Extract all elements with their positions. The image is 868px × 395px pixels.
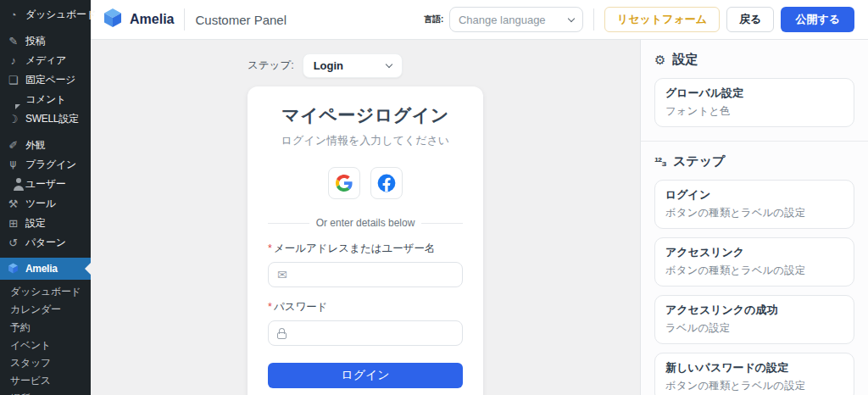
global-settings-subtitle: フォントと色 [665,104,843,119]
login-button[interactable]: ログイン [268,363,463,388]
wrench-icon: ⚒ [7,198,19,209]
sidebar-item-users[interactable]: ユーザー [0,175,91,194]
sidebar-item-label: プラグイン [25,158,76,172]
brush-icon: ✐ [7,140,19,151]
step-card-subtitle: ボタンの種類とラベルの設定 [665,264,843,278]
amelia-logo [103,8,123,31]
preview-canvas: ステップ: Login マイページログイン ログイン情報を入力してください [91,40,640,395]
sidebar-item-label: 固定ページ [25,73,75,87]
sidebar-item-label: ダッシュボード [25,8,97,22]
comment-bubble-icon [7,94,19,105]
submenu-item-staff[interactable]: スタッフ [0,354,91,372]
divider-text: Or enter details below [316,217,415,229]
step-card-title: ログイン [665,187,843,203]
sidebar-item-plugins[interactable]: ⋔ プラグイン [0,155,91,175]
language-select-value: Change language [459,14,546,26]
pages-icon: ❏ [7,75,19,86]
dashboard-icon: ◔ [7,9,19,20]
sidebar-item-label: コメント [25,92,66,107]
password-field[interactable] [268,320,463,346]
swell-icon: ☽ [7,114,19,125]
email-field-label: *メールアドレスまたはユーザー名 [268,242,463,256]
google-login-button[interactable] [328,167,360,199]
app-window: ◔ ダッシュボード ✎ 投稿 ♪ メディア ❏ 固定ページ コメント ☽ SWE… [0,0,868,395]
submenu-item-appointments[interactable]: 予約 [0,319,91,337]
login-card-subtitle: ログイン情報を入力してください [268,133,463,148]
step-card-title: 新しいパスワードの設定 [665,360,843,376]
gear-icon: ⚙ [654,53,665,66]
settings-panel-icon: ⊞ [7,218,19,229]
steps-heading: ステップ [673,153,725,170]
sidebar-item-dashboard[interactable]: ◔ ダッシュボード [0,5,91,25]
divider-line [268,223,309,224]
brand-name: Amelia [130,12,174,27]
page-title: Customer Panel [195,13,287,27]
required-asterisk: * [268,242,272,254]
chevron-down-icon [568,14,575,21]
submenu-item-locations[interactable]: 場所 [0,390,91,395]
email-field[interactable]: ✉ [268,262,463,287]
sidebar-item-tools[interactable]: ⚒ ツール [0,194,91,214]
step-card-subtitle: ボタンの種類とラベルの設定 [665,379,843,393]
divider-line [421,223,463,224]
amelia-submenu: ダッシュボード カレンダー 予約 イベント スタッフ サービス 場所 [0,280,91,395]
step-card-new-password[interactable]: 新しいパスワードの設定 ボタンの種類とラベルの設定 [654,353,854,395]
sidebar-item-label: 設定 [25,216,45,231]
circular-arrow-icon: ↺ [7,237,19,248]
sidebar-item-label: 投稿 [25,34,45,48]
plug-icon: ⋔ [7,159,19,170]
global-settings-card[interactable]: グローバル設定 フォントと色 [654,78,854,127]
submenu-item-calendar[interactable]: カレンダー [0,301,91,319]
sidebar-item-label: ユーザー [25,177,65,192]
back-button[interactable]: 戻る [726,7,774,32]
language-select[interactable]: Change language [449,7,583,32]
wp-admin-sidebar: ◔ ダッシュボード ✎ 投稿 ♪ メディア ❏ 固定ページ コメント ☽ SWE… [0,0,91,395]
lock-icon [277,332,287,339]
step-select-value: Login [314,59,343,72]
sidebar-item-comments[interactable]: コメント [0,90,91,109]
submenu-item-services[interactable]: サービス [0,372,91,390]
step-card-access-link[interactable]: アクセスリンク ボタンの種類とラベルの設定 [654,237,854,287]
submenu-item-events[interactable]: イベント [0,337,91,354]
sidebar-item-swell-settings[interactable]: ☽ SWELL設定 [0,109,91,129]
step-selector-label: ステップ: [248,58,294,73]
submenu-item-dashboard[interactable]: ダッシュボード [0,283,91,301]
login-preview-card: マイページログイン ログイン情報を入力してください [248,86,483,395]
step-card-subtitle: ラベルの設定 [665,321,843,336]
sidebar-item-appearance[interactable]: ✐ 外観 [0,136,91,155]
step-select[interactable]: Login [303,53,403,78]
sidebar-item-label: ツール [25,197,56,211]
language-label: 言語: [424,14,444,25]
sidebar-item-label: パターン [25,236,66,250]
panel-divider [641,141,868,142]
google-icon [336,175,353,192]
step-card-login[interactable]: ログイン ボタンの種類とラベルの設定 [654,180,854,229]
envelope-icon: ✉ [277,269,287,281]
sidebar-item-amelia[interactable]: Amelia [0,258,91,280]
sidebar-item-label: メディア [25,53,66,68]
divider [184,8,185,31]
required-asterisk: * [268,301,272,313]
topbar: Amelia Customer Panel 言語: Change languag… [91,0,868,40]
sidebar-item-patterns[interactable]: ↺ パターン [0,233,91,253]
sidebar-item-media[interactable]: ♪ メディア [0,51,91,70]
step-card-access-link-success[interactable]: アクセスリンクの成功 ラベルの設定 [654,295,854,344]
facebook-login-button[interactable] [370,167,403,199]
login-card-title: マイページログイン [268,103,463,127]
person-icon [7,179,19,190]
step-card-subtitle: ボタンの種類とラベルの設定 [665,206,843,220]
sidebar-item-posts[interactable]: ✎ 投稿 [0,31,91,51]
sidebar-item-label: Amelia [25,263,58,275]
settings-panel: ⚙ 設定 グローバル設定 フォントと色 ¹²₃ ステップ ログイン ボタンの種類… [640,40,868,395]
global-settings-title: グローバル設定 [665,86,843,101]
media-icon: ♪ [7,55,19,66]
divider [593,8,594,31]
publish-button[interactable]: 公開する [781,7,854,32]
sidebar-item-pages[interactable]: ❏ 固定ページ [0,70,91,90]
pin-icon: ✎ [7,36,19,47]
sidebar-item-label: SWELL設定 [25,112,79,126]
sidebar-item-label: 外観 [25,138,45,153]
amelia-logo-icon [7,263,19,275]
sidebar-item-settings[interactable]: ⊞ 設定 [0,214,91,233]
reset-form-button[interactable]: リセットフォーム [604,7,720,32]
